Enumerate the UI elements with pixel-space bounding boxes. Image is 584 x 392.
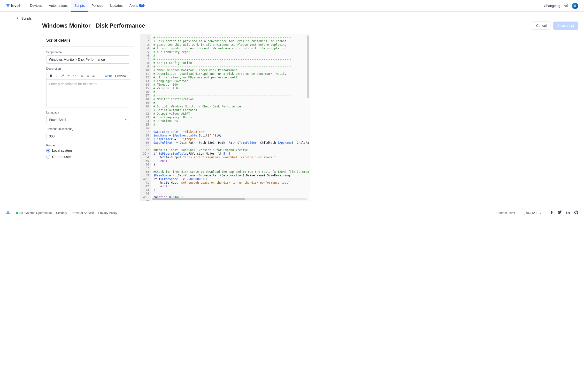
script-name-label: Script name bbox=[46, 50, 130, 54]
line-number: 13 bbox=[143, 79, 149, 83]
avatar[interactable] bbox=[572, 3, 578, 9]
horizontal-scrollbar[interactable] bbox=[152, 198, 307, 200]
line-number: 29 bbox=[143, 138, 149, 141]
code-icon[interactable] bbox=[72, 73, 77, 78]
line-number: 25 bbox=[143, 123, 149, 126]
code-line: # Output value: ALERT bbox=[153, 112, 307, 116]
line-number: 3 bbox=[143, 43, 149, 47]
preview-tab[interactable]: Preview bbox=[114, 74, 128, 78]
facebook-icon[interactable] bbox=[550, 210, 553, 215]
language-select[interactable] bbox=[46, 116, 130, 124]
line-number: 22 bbox=[143, 112, 149, 116]
line-number: 43 bbox=[143, 188, 149, 192]
contact-link[interactable]: Contact Level bbox=[496, 211, 515, 215]
linkedin-icon[interactable] bbox=[566, 210, 570, 215]
svg-point-0 bbox=[565, 5, 566, 6]
code-line: $FreeSpace = (Get-Volume -DriveLetter (G… bbox=[153, 174, 307, 177]
changelog-link[interactable]: Changelog bbox=[544, 4, 560, 8]
code-line: $AppName = $AppExecutable.Split(".")[0] bbox=[153, 134, 307, 138]
code-line: # Script: Windows Monitor - Check Disk P… bbox=[153, 105, 307, 108]
line-number: 39 bbox=[143, 174, 149, 177]
code-line: # --------------------------------------… bbox=[153, 58, 307, 61]
runas-user-radio[interactable]: Current user bbox=[46, 155, 130, 159]
scrollbar-thumb[interactable] bbox=[152, 198, 245, 200]
code-line: } bbox=[153, 163, 307, 166]
line-number: 37 bbox=[143, 166, 149, 170]
alerts-badge: 20 bbox=[139, 4, 145, 7]
footer-security-link[interactable]: Security bbox=[56, 211, 67, 215]
code-line bbox=[153, 145, 307, 148]
nav-item-devices[interactable]: Devices bbox=[27, 0, 46, 12]
numbered-list-icon[interactable] bbox=[85, 73, 90, 78]
code-line: #Need at least PowerShell version 5 for … bbox=[153, 148, 307, 152]
line-number: 21 bbox=[143, 108, 149, 112]
radio-checked-icon bbox=[46, 148, 50, 152]
status-link[interactable]: All Systems Operational bbox=[16, 211, 52, 215]
task-list-icon[interactable] bbox=[91, 73, 96, 78]
nav-item-scripts[interactable]: Scripts bbox=[71, 0, 88, 12]
radio-unchecked-icon bbox=[46, 155, 50, 159]
line-number: 32 bbox=[143, 148, 149, 152]
bold-icon[interactable]: B bbox=[49, 73, 54, 78]
line-number: 10 bbox=[143, 68, 149, 72]
logo[interactable]: level bbox=[6, 3, 20, 8]
script-details-card: Script details Script name Description B… bbox=[42, 34, 134, 165]
runas-user-label: Current user bbox=[52, 155, 71, 159]
line-number: 36 bbox=[143, 163, 149, 166]
line-gutter: 1234567891011121314151617181920212223242… bbox=[140, 34, 151, 201]
nav-items: DevicesAutomationsScriptsPoliciesUpdates… bbox=[27, 0, 148, 12]
line-number: 20 bbox=[143, 105, 149, 108]
line-number: 46 bbox=[143, 199, 149, 201]
nav-item-automations[interactable]: Automations bbox=[45, 0, 71, 12]
line-number: 15 bbox=[143, 87, 149, 90]
line-number: 28 bbox=[143, 134, 149, 138]
footer-privacy-link[interactable]: Privacy Policy bbox=[98, 211, 117, 215]
description-label: Description bbox=[46, 67, 130, 70]
line-number: 23 bbox=[143, 116, 149, 119]
code-line: # Script Configuration bbox=[153, 61, 307, 65]
twitter-icon[interactable] bbox=[558, 210, 562, 215]
quote-icon[interactable] bbox=[66, 73, 71, 78]
code-line: # Duration: 24 bbox=[153, 119, 307, 123]
code-line: # guarantee this will work in all enviro… bbox=[153, 43, 307, 47]
description-textarea[interactable] bbox=[47, 80, 130, 106]
github-icon[interactable] bbox=[574, 210, 578, 215]
line-number: 5 bbox=[143, 50, 149, 54]
write-tab[interactable]: Write bbox=[103, 74, 113, 78]
save-button[interactable]: Save script bbox=[553, 22, 578, 30]
code-line: $TempFolder = 'C:\temp\' bbox=[153, 138, 307, 141]
nav-item-updates[interactable]: Updates bbox=[107, 0, 126, 12]
timeout-field: Timeout (in seconds) bbox=[46, 127, 130, 140]
line-number: 41 bbox=[143, 181, 149, 185]
code-line: # This script is provided as a convenien… bbox=[153, 40, 307, 43]
nav-item-policies[interactable]: Policies bbox=[88, 0, 107, 12]
description-field: Description B I bbox=[46, 67, 130, 108]
code-editor[interactable]: 1234567891011121314151617181920212223242… bbox=[140, 34, 309, 201]
footer-terms-link[interactable]: Terms of Service bbox=[72, 211, 94, 215]
bullet-list-icon[interactable] bbox=[79, 73, 85, 78]
timeout-input[interactable] bbox=[46, 132, 130, 140]
cancel-button[interactable]: Cancel bbox=[532, 22, 551, 30]
code-line: # Description: Download diskspd and run … bbox=[153, 72, 307, 76]
language-field: Language bbox=[46, 111, 130, 124]
link-icon[interactable] bbox=[60, 73, 65, 78]
gear-icon[interactable] bbox=[564, 4, 568, 8]
code-line: #Check for free disk space to download t… bbox=[153, 170, 307, 174]
code-line: } bbox=[153, 188, 307, 192]
line-number: 44 bbox=[143, 192, 149, 196]
line-number: 33▾ bbox=[143, 152, 149, 156]
nav-item-alerts[interactable]: Alerts20 bbox=[126, 0, 148, 12]
nav-right: Changelog bbox=[544, 3, 578, 9]
breadcrumb-back[interactable]: Scripts bbox=[16, 16, 32, 20]
logo-text: level bbox=[11, 4, 20, 8]
runas-field: Run as Local system Current user bbox=[46, 144, 130, 159]
runas-local-radio[interactable]: Local system bbox=[46, 148, 130, 152]
status-dot-icon bbox=[16, 212, 18, 214]
footer: All Systems Operational Security Terms o… bbox=[0, 207, 584, 218]
code-area[interactable]: # --------------------------------------… bbox=[151, 34, 309, 201]
svg-point-4 bbox=[81, 75, 81, 75]
code-line: # to your production environment. We wel… bbox=[153, 47, 307, 50]
vertical-scrollbar[interactable] bbox=[307, 35, 309, 98]
italic-icon[interactable]: I bbox=[54, 73, 60, 78]
script-name-input[interactable] bbox=[46, 56, 130, 64]
